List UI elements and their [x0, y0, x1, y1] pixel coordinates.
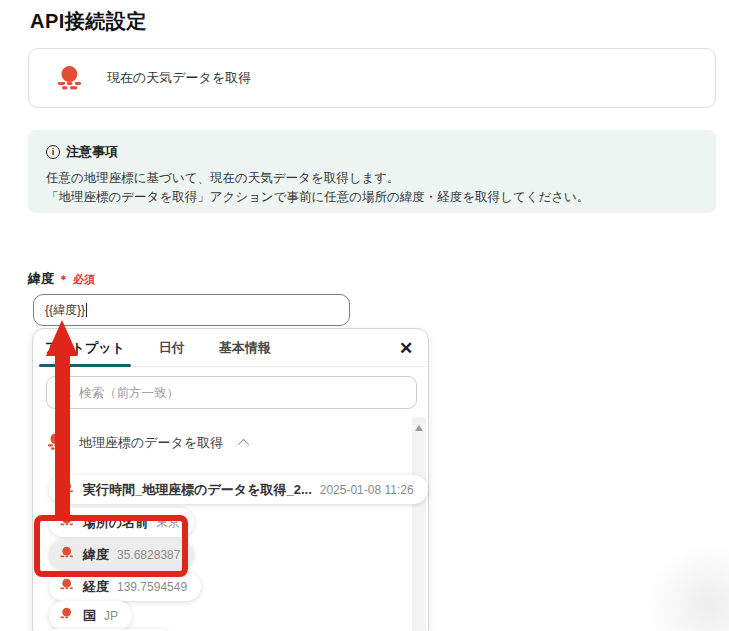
tab-output[interactable]: アウトプット: [43, 329, 127, 367]
notice-line: 「地理座標のデータを取得」アクションで事前に任意の場所の緯度・経度を取得してくだ…: [46, 188, 698, 207]
weather-sunrise-icon: [55, 63, 85, 94]
latitude-field-label: 緯度: [28, 270, 54, 288]
list-item-label: 場所の名前: [83, 514, 148, 532]
weather-sunrise-icon: [59, 480, 75, 499]
latitude-field-label-row: 緯度 ＊ 必須: [28, 270, 95, 288]
weather-sunrise-icon: [46, 431, 67, 454]
page-title: API接続設定: [30, 8, 147, 35]
list-item-value: 139.7594549: [117, 580, 187, 594]
floating-element-shadow: [644, 540, 729, 631]
latitude-input[interactable]: {{緯度}}: [33, 294, 350, 326]
required-mark: ＊: [58, 272, 69, 287]
weather-sunrise-icon: [59, 513, 75, 532]
list-item-longitude[interactable]: 経度 139.7594549: [49, 572, 201, 601]
notice-box: i 注意事項 任意の地理座標に基づいて、現在の天気データを取得します。 「地理座…: [28, 130, 716, 213]
list-item-latitude[interactable]: 緯度 35.6828387: [49, 540, 194, 569]
list-item-exec-time[interactable]: 実行時間_地理座標のデータを取得_2... 2025-01-08 11:26: [49, 475, 428, 504]
popup-tabbar: アウトプット 日付 基本情報: [33, 329, 428, 367]
weather-sunrise-icon: [59, 545, 75, 564]
required-badge: 必須: [73, 272, 95, 287]
list-item-label: 緯度: [83, 546, 109, 564]
info-icon: i: [46, 145, 60, 159]
search-icon: [57, 383, 72, 402]
list-item-place-name[interactable]: 場所の名前 東京: [49, 508, 194, 537]
action-card[interactable]: 現在の天気データを取得: [28, 48, 716, 108]
list-item-label: 実行時間_地理座標のデータを取得_2...: [83, 481, 312, 499]
group-header-geo-data[interactable]: 地理座標のデータを取得: [46, 431, 249, 454]
list-item-value: 東京: [156, 514, 180, 531]
close-icon[interactable]: ✕: [394, 337, 418, 361]
notice-line: 任意の地理座標に基づいて、現在の天気データを取得します。: [46, 169, 698, 188]
group-label: 地理座標のデータを取得: [79, 434, 223, 452]
tab-date[interactable]: 日付: [157, 329, 187, 367]
list-item-country[interactable]: 国 JP: [49, 601, 132, 630]
tab-basic-info[interactable]: 基本情報: [217, 329, 273, 367]
list-item-value: JP: [104, 609, 118, 623]
search-input[interactable]: [79, 386, 406, 400]
latitude-input-value: {{緯度}}: [45, 302, 85, 319]
weather-sunrise-icon: [59, 606, 75, 625]
scrollbar[interactable]: [412, 417, 426, 631]
text-caret: [86, 303, 87, 317]
variable-picker-popup: アウトプット 日付 基本情報 ✕ 地理座標のデータを取得 実行時間_地理座標のデ…: [32, 328, 429, 631]
scroll-up-arrow-icon[interactable]: [415, 425, 423, 431]
list-item-label: 国: [83, 607, 96, 625]
list-item-value: 35.6828387: [117, 548, 180, 562]
search-box[interactable]: [46, 376, 417, 409]
action-card-label: 現在の天気データを取得: [107, 69, 251, 87]
notice-title: 注意事項: [66, 143, 118, 161]
list-item-label: 経度: [83, 578, 109, 596]
weather-sunrise-icon: [59, 577, 75, 596]
list-item-value: 2025-01-08 11:26: [320, 483, 414, 497]
chevron-up-icon[interactable]: [238, 438, 249, 449]
